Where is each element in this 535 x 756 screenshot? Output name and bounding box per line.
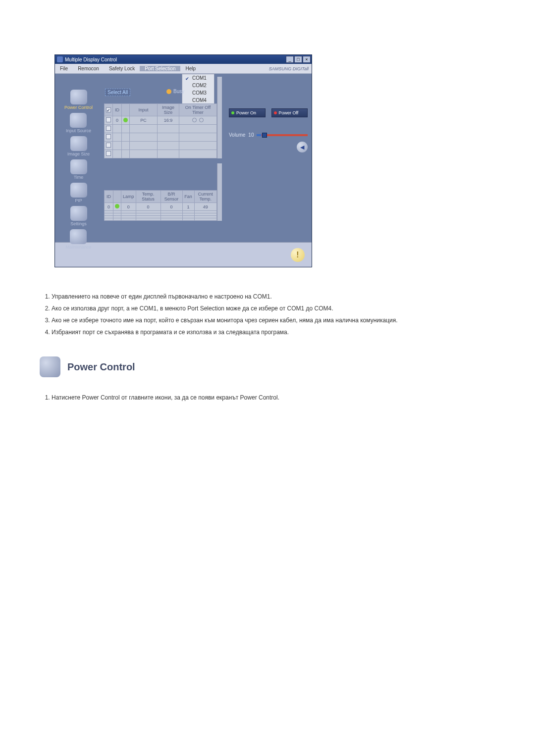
col-image-size: Image Size bbox=[158, 104, 179, 116]
scrollbar[interactable] bbox=[217, 163, 222, 221]
volume-label: Volume bbox=[229, 132, 245, 138]
col-signal bbox=[113, 191, 121, 203]
col-timer: On Timer Off Timer bbox=[179, 104, 217, 116]
window-controls: _ □ × bbox=[286, 56, 311, 63]
menu-file[interactable]: File bbox=[55, 66, 73, 71]
table-row[interactable]: 0 0 0 0 1 49 bbox=[105, 203, 217, 211]
mute-button[interactable]: ◀ bbox=[297, 142, 308, 152]
nav-image-size[interactable]: Image Size bbox=[67, 136, 90, 156]
display-table: ✔ ID Input Image Size On Timer Off Timer… bbox=[104, 103, 217, 158]
list-item: Натиснете Power Control от главните икон… bbox=[52, 394, 495, 401]
bottom-table-area: ID Lamp Temp. Status B/R Sensor Fan Curr… bbox=[104, 163, 223, 221]
volume-value: 10 bbox=[248, 132, 254, 138]
nav-pip[interactable]: PIP bbox=[70, 183, 87, 203]
menubar: File Remocon Safety Lock Port Selection … bbox=[55, 64, 312, 74]
col-signal bbox=[122, 104, 130, 116]
window-title: Multiple Display Control bbox=[65, 57, 117, 62]
nav-input-source[interactable]: Input Source bbox=[66, 113, 91, 133]
titlebar: Multiple Display Control _ □ × bbox=[55, 55, 312, 64]
main-pane: Select All Busy ✔ ID Input Image Size On… bbox=[102, 74, 225, 242]
nav-time[interactable]: Time bbox=[70, 159, 87, 180]
col-current-temp: Current Temp. bbox=[194, 191, 216, 203]
app-body: Power Control Input Source Image Size Ti… bbox=[55, 74, 312, 242]
maintenance-icon bbox=[70, 229, 87, 244]
select-all-checkbox[interactable]: ✔ bbox=[106, 107, 111, 112]
menu-remocon[interactable]: Remocon bbox=[73, 66, 104, 71]
control-panel: Power On Power Off Volume 10 ◀ bbox=[225, 74, 312, 242]
col-lamp: Lamp bbox=[121, 191, 136, 203]
busy-led-icon bbox=[166, 89, 171, 94]
status-bar: ! bbox=[55, 242, 312, 267]
col-id: ID bbox=[113, 104, 122, 116]
power-control-icon bbox=[40, 356, 60, 377]
minimize-button[interactable]: _ bbox=[286, 56, 294, 63]
power-off-button[interactable]: Power Off bbox=[271, 108, 308, 117]
menu-safety-lock[interactable]: Safety Lock bbox=[104, 66, 140, 71]
close-button[interactable]: × bbox=[303, 56, 311, 63]
table-row[interactable] bbox=[105, 150, 217, 158]
brand-logo: SAMSUNG DIGITall bbox=[269, 66, 309, 71]
nav-power-control[interactable]: Power Control bbox=[64, 90, 93, 110]
led-red-icon bbox=[274, 111, 277, 114]
instructions-list: Управлението на повече от един дисплей п… bbox=[40, 292, 495, 337]
col-input: Input bbox=[130, 104, 158, 116]
list-item: Ако се използва друг порт, а не COM1, в … bbox=[52, 304, 495, 313]
pip-icon bbox=[70, 183, 87, 198]
side-nav: Power Control Input Source Image Size Ti… bbox=[55, 74, 102, 242]
maximize-button[interactable]: □ bbox=[294, 56, 302, 63]
table-row[interactable]: 0 PC 16:9 bbox=[105, 116, 217, 125]
settings-icon bbox=[70, 206, 87, 221]
col-id: ID bbox=[105, 191, 113, 203]
row-checkbox[interactable] bbox=[106, 117, 111, 122]
power-on-button[interactable]: Power On bbox=[229, 108, 266, 117]
table-row[interactable] bbox=[105, 218, 217, 221]
col-br-sensor: B/R Sensor bbox=[160, 191, 182, 203]
table-row[interactable] bbox=[105, 133, 217, 142]
time-icon bbox=[70, 159, 87, 174]
image-size-icon bbox=[70, 136, 87, 151]
slider-thumb[interactable] bbox=[262, 133, 267, 138]
status-table: ID Lamp Temp. Status B/R Sensor Fan Curr… bbox=[104, 190, 217, 221]
volume-slider[interactable] bbox=[257, 134, 308, 136]
col-temp-status: Temp. Status bbox=[136, 191, 160, 203]
col-fan: Fan bbox=[182, 191, 194, 203]
volume-row: Volume 10 bbox=[229, 132, 308, 138]
select-all-button[interactable]: Select All bbox=[105, 89, 130, 96]
status-led-icon bbox=[115, 204, 119, 208]
scrollbar[interactable] bbox=[217, 77, 222, 158]
nav-maintenance[interactable]: Maintenance bbox=[66, 229, 92, 250]
list-item: Управлението на повече от един дисплей п… bbox=[52, 292, 495, 301]
app-window: Multiple Display Control _ □ × File Remo… bbox=[54, 54, 312, 267]
led-green-icon bbox=[231, 111, 234, 114]
table-row[interactable] bbox=[105, 125, 217, 133]
app-icon bbox=[57, 56, 63, 62]
info-icon[interactable]: ! bbox=[291, 248, 305, 262]
menu-port-selection[interactable]: Port Selection bbox=[140, 66, 180, 71]
table-row[interactable] bbox=[105, 142, 217, 150]
menu-help[interactable]: Help bbox=[180, 66, 201, 71]
nav-settings[interactable]: Settings bbox=[70, 206, 87, 226]
list-item: Ако не се избере точното име на порт, ко… bbox=[52, 316, 495, 325]
status-led-icon bbox=[123, 118, 128, 122]
power-icon bbox=[70, 90, 87, 104]
input-icon bbox=[70, 113, 87, 128]
power-control-heading: Power Control bbox=[40, 356, 495, 377]
list-item: Избраният порт се съхранява в програмата… bbox=[52, 328, 495, 337]
section-title: Power Control bbox=[67, 361, 135, 373]
busy-indicator: Busy bbox=[166, 89, 184, 94]
instructions-list-2: Натиснете Power Control от главните икон… bbox=[40, 394, 495, 401]
